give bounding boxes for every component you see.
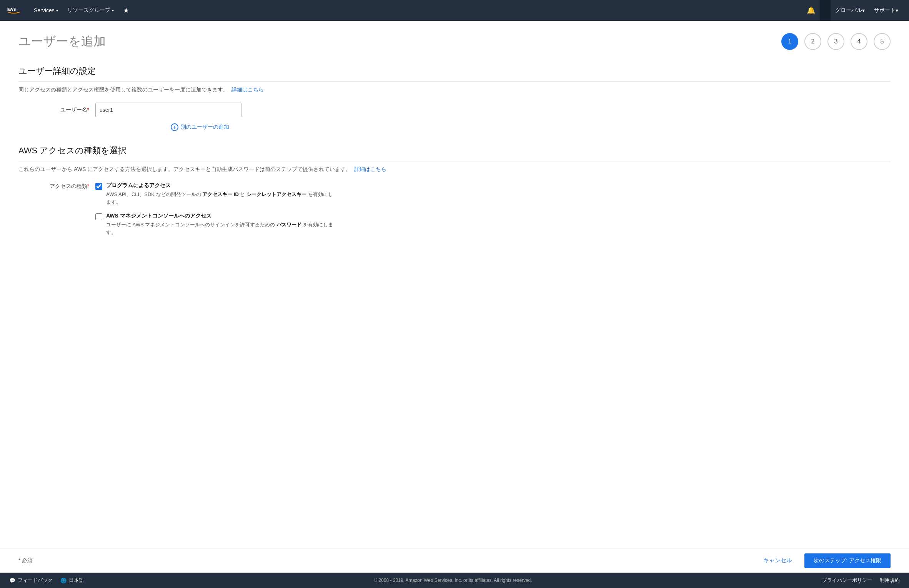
user-details-section: ユーザー詳細の設定 同じアクセスの種類とアクセス権限を使用して複数のユーザーを一…: [18, 65, 891, 131]
add-user-row: + 別のユーザーの追加: [18, 123, 891, 131]
console-access-checkbox[interactable]: [95, 213, 102, 220]
svg-text:aws: aws: [7, 7, 16, 12]
console-access-text: AWS マネジメントコンソールへのアクセス ユーザーに AWS マネジメントコン…: [106, 213, 337, 236]
bottom-bar-right: プライバシーポリシー 利用規約: [822, 577, 900, 584]
page-header: ユーザーを追加 1 2 3 4 5: [18, 33, 891, 50]
footer-bar: * 必須 キャンセル 次のステップ: アクセス権限: [0, 548, 909, 573]
account-menu[interactable]: [820, 0, 831, 21]
step-5[interactable]: 5: [874, 33, 891, 50]
username-label: ユーザー名*: [20, 106, 89, 113]
resource-group-chevron-icon: ▾: [112, 8, 114, 13]
aws-logo[interactable]: aws: [6, 5, 22, 16]
global-region-menu[interactable]: グローバル ▾: [831, 0, 869, 21]
globe-icon: 🌐: [60, 578, 67, 583]
required-note: * 必須: [18, 557, 33, 564]
global-chevron-icon: ▾: [862, 7, 865, 13]
pin-icon[interactable]: ★: [118, 6, 134, 15]
navbar-right: 🔔 グローバル ▾ サポート ▾: [802, 0, 903, 21]
username-row: ユーザー名*: [18, 103, 891, 117]
next-step-button[interactable]: 次のステップ: アクセス権限: [804, 553, 891, 568]
programmatic-access-title: プログラムによるアクセス: [106, 182, 337, 189]
bottom-bar: 💬 フィードバック 🌐 日本語 © 2008 - 2019, Amazon We…: [0, 573, 909, 588]
programmatic-access-checkbox[interactable]: [95, 183, 102, 190]
step-indicators: 1 2 3 4 5: [781, 33, 891, 50]
access-type-required-marker: *: [87, 183, 89, 189]
footer-actions: キャンセル 次のステップ: アクセス権限: [757, 553, 891, 568]
user-details-desc: 同じアクセスの種類とアクセス権限を使用して複数のユーザーを一度に追加できます。 …: [18, 86, 891, 93]
console-access-title: AWS マネジメントコンソールへのアクセス: [106, 213, 337, 219]
navbar: aws Services ▾ リソースグループ ▾ ★ 🔔 グローバル ▾ サポ…: [0, 0, 909, 21]
support-menu[interactable]: サポート ▾: [869, 0, 903, 21]
programmatic-access-option: プログラムによるアクセス AWS API、CLI、SDK などの開発ツールの ア…: [95, 182, 337, 206]
username-input[interactable]: [95, 103, 241, 117]
bottom-bar-left: 💬 フィードバック 🌐 日本語: [9, 577, 84, 584]
language-selector[interactable]: 🌐 日本語: [60, 577, 84, 584]
step-1[interactable]: 1: [781, 33, 798, 50]
add-user-link[interactable]: + 別のユーザーの追加: [171, 123, 891, 131]
access-type-desc: これらのユーザーから AWS にアクセスする方法を選択します。アクセスキーと自動…: [18, 166, 891, 173]
programmatic-access-desc: AWS API、CLI、SDK などの開発ツールの アクセスキー ID と シー…: [106, 191, 337, 206]
services-chevron-icon: ▾: [56, 8, 58, 13]
access-type-learn-more[interactable]: 詳細はこちら: [354, 166, 386, 172]
user-details-title: ユーザー詳細の設定: [18, 65, 891, 82]
notification-bell-icon[interactable]: 🔔: [802, 6, 820, 15]
username-required-marker: *: [87, 106, 89, 113]
step-4[interactable]: 4: [851, 33, 867, 50]
step-2[interactable]: 2: [804, 33, 821, 50]
cancel-button[interactable]: キャンセル: [757, 554, 798, 567]
feedback-button[interactable]: 💬 フィードバック: [9, 577, 53, 584]
feedback-icon: 💬: [9, 578, 15, 583]
main-content: ユーザーを追加 1 2 3 4 5 ユーザー詳細の設定 同じアクセスの種類とアク…: [0, 21, 909, 573]
page-title: ユーザーを追加: [18, 33, 106, 50]
services-menu[interactable]: Services ▾: [29, 0, 63, 21]
access-options: プログラムによるアクセス AWS API、CLI、SDK などの開発ツールの ア…: [95, 182, 337, 236]
programmatic-access-text: プログラムによるアクセス AWS API、CLI、SDK などの開発ツールの ア…: [106, 182, 337, 206]
terms-link[interactable]: 利用規約: [880, 577, 900, 584]
access-type-label: アクセスの種類*: [20, 182, 89, 190]
access-type-row: アクセスの種類* プログラムによるアクセス AWS API、CLI、SDK など…: [18, 182, 891, 236]
console-access-desc: ユーザーに AWS マネジメントコンソールへのサインインを許可するための パスワ…: [106, 221, 337, 236]
step-3[interactable]: 3: [827, 33, 844, 50]
console-access-option: AWS マネジメントコンソールへのアクセス ユーザーに AWS マネジメントコン…: [95, 213, 337, 236]
copyright-text: © 2008 - 2019, Amazon Web Services, Inc.…: [84, 578, 822, 583]
access-type-title: AWS アクセスの種類を選択: [18, 145, 891, 161]
access-type-section: AWS アクセスの種類を選択 これらのユーザーから AWS にアクセスする方法を…: [18, 145, 891, 236]
user-details-learn-more[interactable]: 詳細はこちら: [231, 86, 264, 93]
privacy-policy-link[interactable]: プライバシーポリシー: [822, 577, 872, 584]
plus-circle-icon: +: [171, 123, 178, 131]
resource-group-menu[interactable]: リソースグループ ▾: [63, 0, 118, 21]
support-chevron-icon: ▾: [896, 7, 898, 13]
